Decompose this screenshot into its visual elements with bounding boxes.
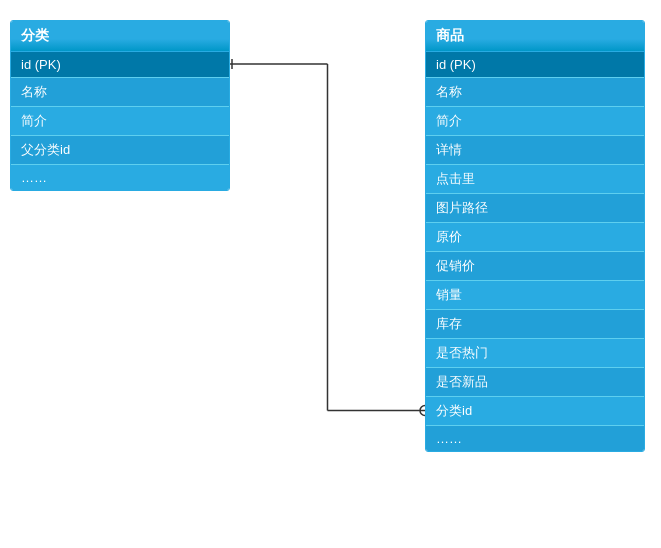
product-field-9: 是否热门 (426, 338, 644, 367)
product-table: 商品 id (PK) 名称 简介 详情 点击里 图片路径 原价 促销价 销量 库… (425, 20, 645, 452)
category-pk-field: id (PK) (11, 51, 229, 77)
product-field-11: 分类id (426, 396, 644, 425)
product-field-10: 是否新品 (426, 367, 644, 396)
product-field-5: 原价 (426, 222, 644, 251)
product-pk-field: id (PK) (426, 51, 644, 77)
diagram-area: 分类 id (PK) 名称 简介 父分类id …… 商品 id (PK) 名称 … (0, 0, 661, 548)
product-table-header: 商品 (426, 21, 644, 51)
product-field-0: 名称 (426, 77, 644, 106)
category-table-header: 分类 (11, 21, 229, 51)
category-field-0: 名称 (11, 77, 229, 106)
category-table: 分类 id (PK) 名称 简介 父分类id …… (10, 20, 230, 191)
product-field-6: 促销价 (426, 251, 644, 280)
category-field-2: 父分类id (11, 135, 229, 164)
product-field-8: 库存 (426, 309, 644, 338)
product-field-4: 图片路径 (426, 193, 644, 222)
category-field-1: 简介 (11, 106, 229, 135)
product-field-12: …… (426, 425, 644, 451)
product-field-2: 详情 (426, 135, 644, 164)
product-field-3: 点击里 (426, 164, 644, 193)
category-field-3: …… (11, 164, 229, 190)
product-field-7: 销量 (426, 280, 644, 309)
product-field-1: 简介 (426, 106, 644, 135)
